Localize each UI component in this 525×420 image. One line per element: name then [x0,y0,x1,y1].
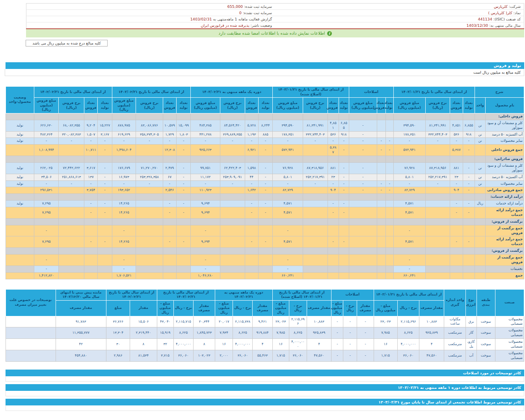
table-row-18: تخفیفات----- [6,266,524,272]
subcol-g4-qty-sold: تعداد فروش [245,98,258,113]
g6-qty-sold: - [84,138,98,145]
g1-qty-produced [463,255,475,266]
col-energy-type: نوع انرژی [466,289,477,316]
g6-qty-produced: - [98,138,112,145]
measure-unit: مترمکعب [444,350,466,361]
g3-qty-produced [339,194,349,201]
sales-amounts-note: کلیه مبالغ به میلیون ریال است [5,69,524,76]
g1-qty-sold: ۵۳۶ [450,131,463,138]
g2-sale-amount [349,218,377,225]
g4-sale-amount: - [191,180,220,187]
g3-qty-sold: ۸۸۱ [328,162,339,174]
g2-qty-sold [377,255,385,266]
g1-sale-amount: ۵۷۲,۹۴۱ [394,145,426,156]
change-note [6,327,56,339]
table-row-19: جمع۶۶۰,۲۴۱۶۶۰,۲۴۱۱,۰۴۶,۲۸۰۱,۷۰۶,۵۲۱۱,۴۱۲… [6,272,524,279]
g2-sale-amount [349,201,377,207]
amounts-unit-note-button[interactable]: کلیه مبالغ درج شده به میلیون ریال می باش… [26,40,108,46]
table-row-15: جمع درآمد ارائه خدمات--۴,۵۷۱--۴,۵۷۱--۹,۶… [6,236,524,248]
gc-consumption: ۴ [307,339,331,350]
g6-qty-sold: - [84,180,98,187]
codal-monthly-activity-report-page: { "colors":{ "header_teal":"#29a9db","he… [0,0,525,420]
g4-sale-rate [220,145,245,156]
g6-qty-sold: ۱۰,۷۱۱ [84,145,98,156]
g3-sale-rate [303,236,328,248]
g1-sale-rate [425,248,450,255]
unit [475,113,485,120]
g4-sale-amount: ۴۴۱,۲۷۸ [191,131,220,138]
g2-qty-sold: - [377,145,385,156]
g4-qty-produced: ۸,۲۴۴ [258,120,272,131]
gc-amount: ۲۳,۰۲۳ [272,316,289,327]
g2-sale-amount [349,248,377,255]
subcol-g3-qty-sold: تعداد فروش [328,98,339,113]
g1-qty-sold: ۵,۳۸۷ [450,145,463,156]
g5-sale-rate [136,194,163,201]
info-field-value: 441134 [478,17,492,21]
subcol-gc-amount: مبلغ - میلیون ریال [272,300,289,316]
g4-qty-sold: ۱,۵۹۸ [245,162,258,174]
g2-qty-produced [385,113,393,120]
g4-sale-amount: ۴۸۴,۳۸۵ [191,120,220,131]
g5-qty-sold: ۱,۷۲۹ [163,131,176,138]
g5-sale-amount [112,194,136,201]
unit [475,266,485,272]
ge-rate: ۴,۰۰۰,۰۰۰ [173,339,193,350]
g2-sale-amount [349,113,377,120]
product-unit-status [6,218,34,225]
g5-sale-amount: ۸۷۸,۹۷۵ [112,120,136,131]
g3-qty-sold: - [328,180,339,187]
g6-qty-produced: - [98,145,112,156]
g6-sale-rate [59,218,84,225]
g4-qty-sold [245,113,258,120]
g1-sale-amount: ۸۲,۷۲۹ [394,187,426,194]
table-row-8: سایر محصولاتتن-----------------------تول… [6,180,524,187]
g2-qty-sold [377,174,385,180]
g2-qty-produced [385,194,393,201]
product-name: جمع [486,272,524,279]
info-field-label: گزارش فعالیت ماهانه 1 ماهه‌منتهی به [213,17,272,21]
g5-sale-rate [136,145,163,156]
forecast-remaining: ۴۵۴,۸۸۰ [56,350,106,361]
g3-sale-rate [303,255,328,266]
g3-sale-amount: ۵,۸۰۱ [273,174,303,180]
subcol-gc-rate: نرخ - ریال [289,300,307,316]
ga-rate: ۳۶,۰۶۰ [397,350,419,361]
g3-qty-sold [328,194,339,201]
col-group-ytd-1403-01-31: از ابتدای سال مالی تا تاریخ ۱۴۰۳/۰۱/۳۱ [394,87,475,98]
g3-sale-rate: - [303,180,328,187]
unit: ریال [475,201,485,207]
g6-qty-produced: - [98,187,112,194]
production-sales-section-bar: تولید و فروش [6,62,524,69]
g5-qty-produced [177,248,191,255]
subcol-g3-qty-produced: تعداد تولید [339,98,349,113]
subcol-ga-consumption: مقدار مصرف [419,300,444,316]
g1-qty-produced [463,272,475,279]
gf-amount: ۱۳,۳۰۴ [106,327,130,339]
g6-qty-sold [84,194,98,201]
gd-consumption: ۴ [253,339,272,350]
g1-sale-rate [425,113,450,120]
g6-qty-produced [98,194,112,201]
gf-amount: ۲,۹۸۶ [106,350,130,361]
signature-match-text: اطلاعات نمایش داده شده با اطلاعات امضا ش… [219,31,325,35]
energy-type: گاز [466,327,477,339]
g2-qty-produced: - [385,187,393,194]
subcol-g6-qty-produced: تعداد تولید [98,98,112,113]
g4-sale-amount: ۹۹,۷۵۱ [191,162,220,174]
g4-qty-produced [258,255,272,266]
g5-sale-rate [136,201,163,207]
info-field-value: 0 [239,11,242,15]
g4-sale-amount: ۱۱۰,۹۲۳ [191,187,220,194]
g4-qty-produced: - [258,187,272,194]
info-field-label: سال مالی منتهی به: [489,23,521,28]
g1-qty-produced [463,218,475,225]
g6-qty-sold: ۳,۶۱۷ [84,162,98,174]
gc-rate: ۳۶,۰۶۰ [289,350,307,361]
g6-sale-rate [59,145,84,156]
g3-qty-sold [328,225,339,236]
g3-sale-amount: - [273,255,303,266]
g2-qty-produced [385,266,393,272]
g2-qty-sold [377,156,385,163]
product-unit-status: تولید [6,120,34,131]
